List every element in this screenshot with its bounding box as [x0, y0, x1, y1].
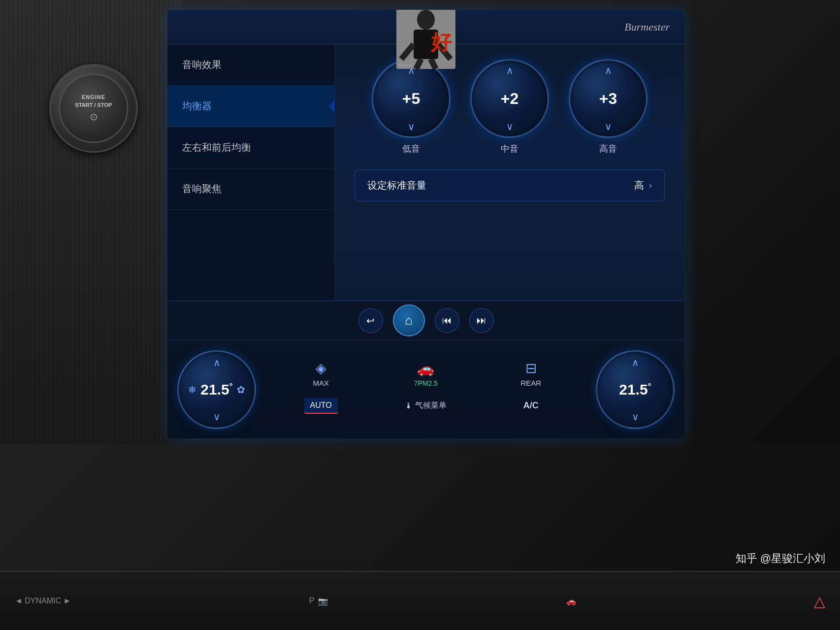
svg-text:好: 好: [430, 31, 452, 54]
menu-item-sound-effect[interactable]: 音响效果: [167, 44, 334, 86]
screen-container: 好 CHRIS LEE 野蛮生长 ⚙ 媒体 Burmester 音响效果 均: [167, 10, 684, 438]
mid-down-arrow[interactable]: ∨: [506, 122, 514, 132]
climate-center: ◈ MAX 🚗 7PM2.5 ⊟ REAR AUTO: [266, 355, 586, 424]
media-controls-row: ↩ ⌂ ⏮ ⏭: [167, 301, 684, 340]
bass-label: 低音: [402, 143, 420, 155]
album-art-inner: 好 CHRIS LEE 野蛮生长: [396, 10, 455, 69]
album-art: 好 CHRIS LEE 野蛮生长: [396, 10, 455, 69]
rear-label: REAR: [520, 379, 541, 387]
volume-value-container: 高 ›: [634, 179, 652, 192]
bass-value: +5: [402, 90, 420, 108]
left-temp-knob[interactable]: ∧ ❄ 21.5° ✿ ∨: [177, 350, 256, 429]
volume-row[interactable]: 设定标准音量 高 ›: [355, 169, 665, 201]
album-art-container: 好 CHRIS LEE 野蛮生长: [396, 10, 455, 74]
bottom-dashboard: ◄ DYNAMIC ► P 📷 🚗 △: [0, 571, 840, 630]
left-temp-up-arrow[interactable]: ∧: [213, 358, 221, 367]
eq-mid-container: ∧ +2 ∨ 中音: [470, 59, 549, 155]
treble-down-arrow[interactable]: ∨: [605, 122, 612, 132]
next-track-button[interactable]: ⏭: [469, 308, 494, 333]
climate-menu-item[interactable]: 🌡 气候菜单: [376, 392, 476, 419]
climate-ac-item[interactable]: A/C: [481, 392, 581, 419]
svg-text:CHRIS LEE: CHRIS LEE: [399, 10, 417, 11]
max-icon: ◈: [316, 360, 326, 376]
right-panel: [692, 0, 840, 443]
hazard-button[interactable]: △: [814, 593, 825, 610]
treble-up-arrow[interactable]: ∧: [605, 66, 612, 75]
mid-value: +2: [501, 90, 518, 108]
menu-item-focus[interactable]: 音响聚焦: [167, 168, 334, 210]
climate-pm-item[interactable]: 🚗 7PM2.5: [376, 360, 476, 387]
mid-up-arrow[interactable]: ∧: [506, 66, 514, 75]
climate-menu-label: 🌡 气候菜单: [405, 400, 447, 411]
eq-treble-knob[interactable]: ∧ +3 ∨: [569, 59, 647, 138]
left-menu: 音响效果 均衡器 左右和前后均衡 音响聚焦: [167, 44, 335, 300]
pm-value: 7PM2.5: [414, 379, 438, 387]
max-label: MAX: [313, 379, 329, 387]
engine-button-container[interactable]: ENGINE START / STOP ⊙: [49, 64, 138, 153]
parking-icon: P: [309, 597, 315, 605]
svg-point-1: [417, 10, 435, 30]
watermark: 知乎 @星骏汇小刘: [736, 551, 825, 566]
left-panel: ENGINE START / STOP ⊙: [0, 0, 182, 443]
auto-label: AUTO: [304, 398, 338, 414]
dynamic-button[interactable]: ◄ DYNAMIC ►: [15, 597, 71, 605]
right-temp-down-arrow[interactable]: ∨: [632, 412, 639, 422]
dynamic-label: ◄ DYNAMIC ►: [15, 597, 71, 605]
car-button[interactable]: 🚗: [566, 597, 576, 606]
engine-icon: ⊙: [90, 111, 98, 123]
rear-icon: ⊟: [525, 360, 537, 376]
climate-row: ∧ ❄ 21.5° ✿ ∨ ◈ MAX �: [167, 340, 684, 438]
hazard-triangle-icon: △: [814, 593, 825, 610]
back-button[interactable]: ↩: [358, 308, 383, 333]
ac-label: A/C: [523, 400, 539, 411]
fan-icon-left: ✿: [237, 384, 245, 396]
volume-label: 设定标准音量: [367, 179, 426, 192]
right-temp-up-arrow[interactable]: ∧: [632, 358, 639, 367]
home-button[interactable]: ⌂: [393, 304, 425, 336]
bottom-bar: ↩ ⌂ ⏮ ⏭ ∧ ❄ 21.5° ✿ ∨: [167, 300, 684, 438]
menu-item-balance[interactable]: 左右和前后均衡: [167, 127, 334, 168]
car-silhouette-icon: 🚗: [566, 597, 576, 606]
climate-rear-item[interactable]: ⊟ REAR: [481, 360, 581, 387]
right-temp-inner: 21.5°: [619, 381, 651, 398]
mid-label: 中音: [501, 143, 518, 155]
treble-value: +3: [599, 90, 617, 108]
eq-mid-knob[interactable]: ∧ +2 ∨: [470, 59, 549, 138]
right-temp-value: 21.5°: [619, 381, 651, 398]
eq-treble-container: ∧ +3 ∨ 高音: [569, 59, 647, 155]
parking-button[interactable]: P 📷: [309, 597, 328, 606]
snowflake-icon: ❄: [188, 384, 196, 396]
svg-text:野蛮生长: 野蛮生长: [399, 64, 413, 67]
engine-button-outer[interactable]: ENGINE START / STOP ⊙: [49, 64, 138, 153]
climate-max-item[interactable]: ◈ MAX: [271, 360, 371, 387]
menu-item-equalizer[interactable]: 均衡器: [167, 86, 334, 127]
engine-text-top: ENGINE: [82, 94, 105, 100]
prev-track-button[interactable]: ⏮: [435, 308, 459, 333]
treble-label: 高音: [599, 143, 617, 155]
car-icon: 🚗: [417, 361, 434, 377]
left-temp-down-arrow[interactable]: ∨: [213, 412, 221, 422]
engine-text-slash: START / STOP: [75, 102, 112, 108]
left-temp-value: 21.5°: [200, 381, 233, 398]
main-content: 音响效果 均衡器 左右和前后均衡 音响聚焦 ∧ +5 ∨: [167, 44, 684, 300]
volume-chevron-icon: ›: [649, 180, 652, 191]
volume-value-text: 高: [634, 179, 644, 192]
bass-down-arrow[interactable]: ∨: [408, 122, 415, 132]
left-temp-inner: ❄ 21.5° ✿: [188, 381, 245, 398]
camera-icon: 📷: [318, 597, 328, 606]
climate-auto-item[interactable]: AUTO: [271, 392, 371, 419]
right-controls: ∧ +5 ∨ 低音 ∧ +2 ∨ 中音: [335, 44, 684, 300]
album-art-svg: 好 CHRIS LEE 野蛮生长: [396, 10, 455, 69]
engine-button-inner[interactable]: ENGINE START / STOP ⊙: [59, 74, 128, 143]
right-temp-knob[interactable]: ∧ 21.5° ∨: [596, 350, 675, 429]
burmester-logo: Burmester: [624, 21, 670, 33]
